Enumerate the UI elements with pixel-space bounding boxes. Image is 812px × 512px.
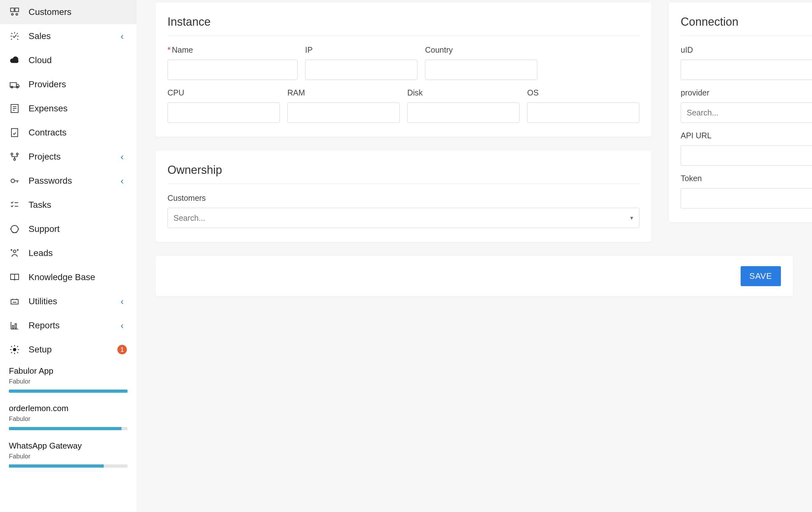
- project-title: WhatsApp Gateway: [9, 441, 127, 451]
- card-instance: Instance *Name IP Country: [155, 3, 651, 137]
- input-cpu[interactable]: [168, 103, 280, 123]
- sidebar-item-expenses[interactable]: Expenses: [0, 96, 136, 120]
- expenses-icon: [9, 103, 20, 114]
- chevron-left-icon: ‹: [120, 31, 124, 41]
- sidebar-item-passwords[interactable]: Passwords‹: [0, 169, 136, 193]
- progress-fill: [9, 427, 121, 430]
- svg-rect-25: [12, 325, 13, 328]
- svg-point-20: [11, 250, 12, 251]
- select-customers[interactable]: [168, 208, 639, 228]
- project-block[interactable]: Fabulor AppFabulor: [0, 362, 136, 393]
- sidebar-item-label: Tasks: [29, 200, 127, 210]
- label-disk: Disk: [407, 88, 520, 97]
- svg-rect-26: [15, 323, 16, 328]
- sidebar-item-label: Expenses: [29, 104, 127, 114]
- sidebar-item-label: Support: [29, 224, 127, 234]
- input-api-url[interactable]: [681, 145, 812, 166]
- svg-point-19: [13, 250, 16, 253]
- sidebar-item-label: Knowledge Base: [29, 272, 127, 282]
- label-provider: provider: [681, 88, 812, 97]
- label-ram: RAM: [287, 88, 400, 97]
- project-block[interactable]: orderlemon.comFabulor: [0, 399, 136, 430]
- progress-bar: [9, 464, 127, 467]
- reports-icon: [9, 320, 20, 331]
- save-button[interactable]: SAVE: [741, 266, 781, 286]
- input-token[interactable]: [681, 188, 812, 208]
- sidebar-item-support[interactable]: Support: [0, 217, 136, 241]
- svg-point-15: [11, 179, 14, 182]
- svg-point-14: [13, 159, 16, 161]
- project-sub: Fabulor: [9, 453, 127, 460]
- card-ownership-title: Ownership: [168, 163, 639, 177]
- svg-rect-22: [11, 300, 19, 304]
- sidebar-item-label: Customers: [29, 7, 127, 17]
- sidebar-item-label: Projects: [29, 152, 120, 162]
- leads-icon: [9, 248, 20, 259]
- label-ip: IP: [305, 45, 417, 55]
- providers-icon: [9, 79, 20, 90]
- svg-point-13: [17, 153, 19, 155]
- sidebar-item-label: Providers: [29, 79, 127, 89]
- input-ram[interactable]: [287, 103, 400, 123]
- sidebar-item-contracts[interactable]: Contracts: [0, 120, 136, 145]
- sidebar-item-projects[interactable]: Projects‹: [0, 145, 136, 169]
- progress-fill: [9, 464, 104, 467]
- svg-rect-11: [11, 129, 18, 137]
- svg-point-2: [11, 13, 13, 15]
- card-ownership: Ownership Customers ▾: [155, 151, 651, 242]
- utilities-icon: [9, 296, 20, 307]
- sidebar-badge: 1: [117, 345, 127, 354]
- input-country[interactable]: [425, 60, 537, 80]
- sidebar-item-utilities[interactable]: Utilities‹: [0, 289, 136, 313]
- sidebar-item-tasks[interactable]: Tasks: [0, 193, 136, 217]
- sidebar-item-knowledge-base[interactable]: Knowledge Base: [0, 265, 136, 289]
- card-connection: Connection uID provider: [669, 3, 812, 222]
- input-name[interactable]: [168, 60, 297, 80]
- input-ip[interactable]: [305, 60, 417, 80]
- passwords-icon: [9, 175, 20, 187]
- sidebar-item-providers[interactable]: Providers: [0, 72, 136, 96]
- svg-point-12: [11, 153, 13, 155]
- card-connection-title: Connection: [681, 15, 812, 29]
- support-icon: [9, 223, 20, 235]
- main-content: Instance *Name IP Country: [136, 0, 812, 512]
- sidebar-item-label: Utilities: [29, 296, 120, 307]
- project-title: orderlemon.com: [9, 403, 127, 413]
- chevron-left-icon: ‹: [120, 151, 124, 162]
- sidebar-item-sales[interactable]: Sales‹: [0, 24, 136, 48]
- chevron-left-icon: ‹: [120, 320, 124, 331]
- svg-point-3: [16, 13, 18, 15]
- sidebar: CustomersSales‹CloudProvidersExpensesCon…: [0, 0, 136, 512]
- setup-icon: [9, 344, 20, 355]
- projects-icon: [9, 151, 20, 163]
- input-uid[interactable]: [681, 60, 812, 80]
- select-provider[interactable]: [681, 103, 812, 123]
- sidebar-item-label: Reports: [29, 320, 120, 331]
- label-name: *Name: [168, 45, 297, 55]
- sidebar-item-customers[interactable]: Customers: [0, 0, 136, 24]
- cloud-icon: [9, 55, 20, 66]
- sidebar-item-reports[interactable]: Reports‹: [0, 313, 136, 338]
- label-api-url: API URL: [681, 131, 812, 140]
- sidebar-item-cloud[interactable]: Cloud: [0, 48, 136, 72]
- sidebar-item-label: Passwords: [29, 176, 120, 186]
- label-token: Token: [681, 174, 812, 183]
- divider: [681, 35, 812, 36]
- chevron-left-icon: ‹: [120, 175, 124, 186]
- tasks-icon: [9, 199, 20, 211]
- input-disk[interactable]: [407, 103, 520, 123]
- sidebar-item-label: Sales: [29, 31, 120, 41]
- progress-bar: [9, 390, 127, 393]
- customers-icon: [9, 6, 20, 18]
- input-os[interactable]: [527, 103, 639, 123]
- sidebar-item-setup[interactable]: Setup1: [0, 338, 136, 362]
- svg-rect-1: [15, 8, 19, 11]
- chevron-left-icon: ‹: [120, 296, 124, 307]
- sidebar-item-leads[interactable]: Leads: [0, 241, 136, 265]
- project-block[interactable]: WhatsApp GatewayFabulor: [0, 436, 136, 467]
- project-sub: Fabulor: [9, 415, 127, 423]
- label-uid: uID: [681, 45, 812, 55]
- sidebar-item-label: Cloud: [29, 55, 127, 65]
- card-instance-title: Instance: [168, 15, 639, 29]
- svg-point-27: [13, 348, 16, 351]
